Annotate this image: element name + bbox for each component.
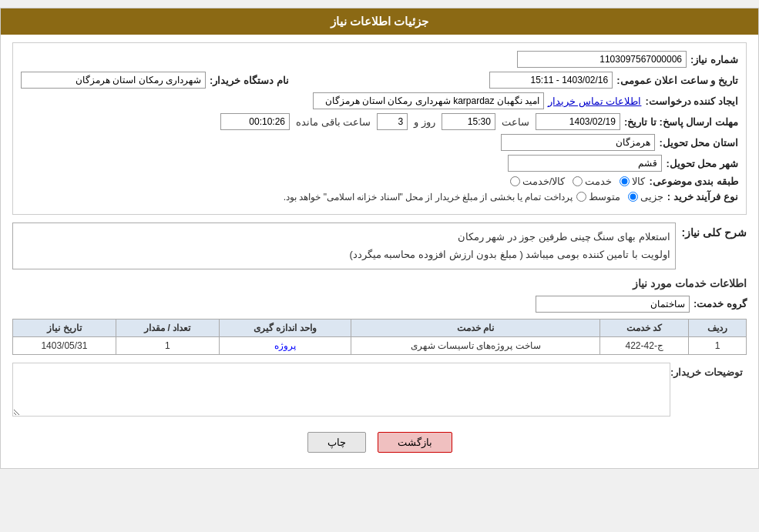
cell-radif: 1 <box>689 336 747 354</box>
print-button[interactable]: چاپ <box>307 432 366 453</box>
col-tedad: تعداد / مقدار <box>116 319 219 336</box>
tabaqe-label: طبقه بندی موضوعی: <box>649 176 738 187</box>
mohlat-saat-label: ساعت <box>502 116 529 128</box>
content-area: شماره نیاز: تاریخ و ساعت اعلان عمومی: نا… <box>1 35 758 468</box>
nove-farayand-row: نوع فرآیند خرید : متوسط جزیی پرداخت تمام… <box>21 191 738 202</box>
table-header: ردیف کد خدمت نام خدمت واحد اندازه گیری ت… <box>13 319 747 336</box>
ostan-label: استان محل تحویل: <box>659 137 738 149</box>
tarikh-naam-row: تاریخ و ساعت اعلان عمومی: نام دستگاه خری… <box>21 72 738 89</box>
goroh-label: گروه خدمت: <box>694 298 747 309</box>
page-container: جزئیات اطلاعات نیاز شماره نیاز: تاریخ و … <box>0 8 759 469</box>
tabaqe-radio-kala-khadamat[interactable]: کالا/خدمت <box>510 176 566 187</box>
tabaqe-kala-label: کالا <box>632 176 645 187</box>
sharh-section: شرح کلی نیاز: استعلام بهای سنگ چینی طرفی… <box>12 223 747 269</box>
cell-tedad: 1 <box>116 336 219 354</box>
nove-motavasset-input[interactable] <box>576 192 586 202</box>
khadamat-section-title: اطلاعات خدمات مورد نیاز <box>12 277 747 289</box>
cell-tarikh: 1403/05/31 <box>13 336 116 354</box>
nove-jozii-label: جزیی <box>640 191 663 202</box>
goroh-row: گروه خدمت: <box>12 296 747 313</box>
page-header: جزئیات اطلاعات نیاز <box>1 8 758 35</box>
nove-jozii[interactable]: جزیی <box>628 191 663 202</box>
ijad-row: ایجاد کننده درخواست: اطلاعات تماس خریدار <box>21 92 738 109</box>
sharh-line2: اولویت با تامین کننده بومی میباشد ( مبلغ… <box>18 246 670 263</box>
col-tarikh-niaz: تاریخ نیاز <box>13 319 116 336</box>
main-form-section: شماره نیاز: تاریخ و ساعت اعلان عمومی: نا… <box>12 42 747 215</box>
mohlat-date-input[interactable] <box>536 113 620 130</box>
shahr-label: شهر محل تحویل: <box>666 158 738 169</box>
naam-dastgah-label: نام دستگاه خریدار: <box>210 75 289 86</box>
naam-dastgah-input[interactable] <box>21 72 206 89</box>
shahr-input[interactable] <box>508 155 662 172</box>
comments-section: توضیحات خریدار: <box>12 363 747 417</box>
mohlat-row: مهلت ارسال پاسخ: تا تاریخ: ساعت روز و سا… <box>21 113 738 130</box>
mohlat-rooz-label: روز و <box>414 116 435 128</box>
comments-textarea[interactable] <box>12 363 670 417</box>
comments-label: توضیحات خریدار: <box>670 363 743 378</box>
col-radif: ردیف <box>689 319 747 336</box>
col-kod-khadamat: کد خدمت <box>600 319 689 336</box>
tabaqe-radio-group: کالا/خدمت خدمت کالا <box>510 176 646 187</box>
tabaqe-radio-khadamat-input[interactable] <box>573 176 583 186</box>
nove-farayand-label: نوع فرآیند خرید : <box>667 191 738 202</box>
cell-vahed[interactable]: پروژه <box>219 336 351 354</box>
nove-farayand-desc: پرداخت تمام یا بخشی از مبلغ خریدار از مح… <box>284 192 573 202</box>
tabaqe-row: طبقه بندی موضوعی: کالا/خدمت خدمت کالا <box>21 176 738 187</box>
mohlat-mande-label: ساعت باقی مانده <box>296 116 371 128</box>
col-naam-khadamat: نام خدمت <box>351 319 599 336</box>
nove-motavasset[interactable]: متوسط <box>576 191 620 202</box>
services-table-section: ردیف کد خدمت نام خدمت واحد اندازه گیری ت… <box>12 319 747 355</box>
shomara-niaz-row: شماره نیاز: <box>21 51 738 68</box>
mohlat-label: مهلت ارسال پاسخ: تا تاریخ: <box>624 116 738 128</box>
ijad-label: ایجاد کننده درخواست: <box>645 95 738 107</box>
nove-jozii-input[interactable] <box>628 192 638 202</box>
tabaqe-radio-kala[interactable]: کالا <box>620 176 645 187</box>
tabaqe-radio-kala-khadamat-input[interactable] <box>510 176 520 186</box>
services-table: ردیف کد خدمت نام خدمت واحد اندازه گیری ت… <box>12 319 747 355</box>
ostan-row: استان محل تحویل: <box>21 134 738 151</box>
shahr-row: شهر محل تحویل: <box>21 155 738 172</box>
tabaqe-radio-kala-input[interactable] <box>620 176 630 186</box>
tabaqe-khadamat-label: خدمت <box>585 176 612 187</box>
table-row: 1 ج-42-422 ساخت پروژه‌های تاسیسات شهری پ… <box>13 336 747 354</box>
tabaqe-radio-khadamat[interactable]: خدمت <box>573 176 612 187</box>
shomara-niaz-label: شماره نیاز: <box>690 54 738 65</box>
cell-naam: ساخت پروژه‌های تاسیسات شهری <box>351 336 599 354</box>
sharh-label: شرح کلی نیاز: <box>682 223 747 239</box>
table-body: 1 ج-42-422 ساخت پروژه‌های تاسیسات شهری پ… <box>13 336 747 354</box>
tarikh-input[interactable] <box>489 72 613 89</box>
ettelaat-link[interactable]: اطلاعات تماس خریدار <box>548 95 641 107</box>
col-vahed: واحد اندازه گیری <box>219 319 351 336</box>
mohlat-rooz-input[interactable] <box>377 113 408 130</box>
nove-motavasset-label: متوسط <box>589 191 620 202</box>
mohlat-mande-input[interactable] <box>220 113 290 130</box>
ijad-input[interactable] <box>313 92 544 109</box>
tarikh-label: تاریخ و ساعت اعلان عمومی: <box>616 75 738 86</box>
shomara-niaz-input[interactable] <box>517 51 687 68</box>
nove-farayand-radio-group: متوسط جزیی <box>576 191 663 202</box>
mohlat-saat-input[interactable] <box>442 113 495 130</box>
page-title: جزئیات اطلاعات نیاز <box>331 15 428 28</box>
sharh-line1: استعلام بهای سنگ چینی طرفین جوز در شهر ر… <box>18 228 670 246</box>
tabaqe-kala-khadamat-label: کالا/خدمت <box>522 176 566 187</box>
cell-kod: ج-42-422 <box>600 336 689 354</box>
sharh-content: استعلام بهای سنگ چینی طرفین جوز در شهر ر… <box>12 223 676 269</box>
goroh-input[interactable] <box>536 296 690 313</box>
button-row: بازگشت چاپ <box>12 424 747 460</box>
ostan-input[interactable] <box>501 134 655 151</box>
back-button[interactable]: بازگشت <box>378 432 452 453</box>
